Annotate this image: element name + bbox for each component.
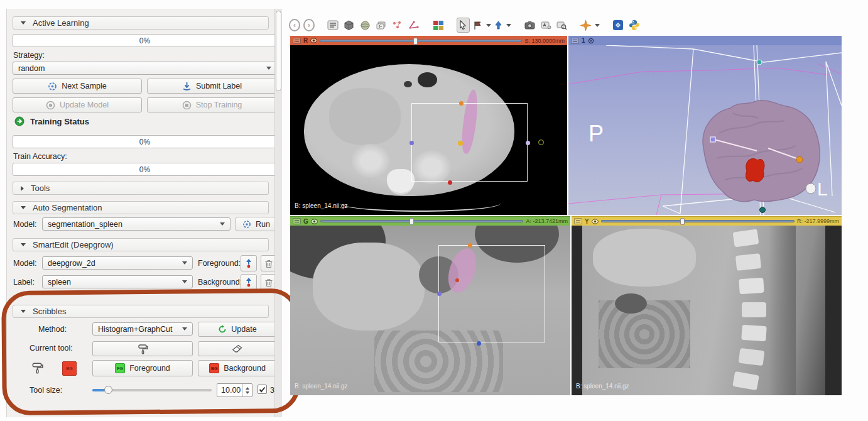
- view-letter: Y: [585, 218, 589, 225]
- roi-handle-blue[interactable]: [477, 341, 481, 346]
- slice-slider-handle[interactable]: [413, 38, 418, 45]
- tree-list-icon: [327, 20, 339, 30]
- capture-annotate-button[interactable]: [540, 18, 553, 33]
- cursor-icon: [458, 20, 467, 30]
- view-menu-icon[interactable]: [571, 38, 579, 44]
- roi-handle-purple[interactable]: [410, 141, 414, 145]
- sagittal-yellow-viewport[interactable]: Y R: -217.9999mm B: spleen_14.nii.gz: [572, 216, 842, 395]
- slice-slider-handle[interactable]: [680, 218, 685, 225]
- eye-icon[interactable]: [310, 38, 317, 43]
- tool-size-slider[interactable]: [92, 389, 212, 391]
- data-layers-button[interactable]: [375, 18, 388, 33]
- monai-star-dropdown-button[interactable]: [580, 18, 600, 33]
- view-menu-icon[interactable]: [293, 38, 301, 44]
- place-point-dropdown-button[interactable]: [494, 18, 512, 33]
- section-auto-segmentation[interactable]: Auto Segmentation: [13, 201, 269, 214]
- scribbles-update-button[interactable]: Update: [198, 322, 277, 337]
- smartedit-label-combobox[interactable]: spleen: [42, 275, 193, 288]
- roi-box[interactable]: [411, 103, 528, 182]
- slider-handle[interactable]: [104, 386, 112, 394]
- mouse-interaction-button[interactable]: [457, 18, 470, 33]
- step-up-icon[interactable]: [246, 387, 249, 390]
- next-sample-button[interactable]: Next Sample: [13, 79, 142, 94]
- target-refresh-icon: [242, 220, 251, 229]
- foreground-fiducial-button[interactable]: [241, 255, 257, 271]
- section-tools[interactable]: Tools: [13, 182, 269, 195]
- download-icon: [182, 82, 192, 91]
- volume-name-label: B: spleen_14.nii.gz: [295, 383, 348, 390]
- eye-icon[interactable]: [592, 219, 599, 224]
- angle-measure-button[interactable]: [407, 18, 420, 33]
- spinbox-stepper[interactable]: [242, 384, 252, 396]
- deepgrow-red-blob: [746, 158, 764, 182]
- paint-roller-icon: [137, 344, 148, 354]
- slice-offset-slider[interactable]: [601, 220, 795, 222]
- training-progressbar: 0%: [13, 135, 277, 148]
- roi-box[interactable]: [438, 245, 545, 342]
- camera-icon: [524, 21, 535, 30]
- axial-slice-canvas[interactable]: B: spleen_14.nii.gz: [290, 45, 567, 215]
- slice-slider-handle[interactable]: [410, 218, 414, 225]
- section-scribbles[interactable]: Scribbles: [13, 305, 269, 318]
- view-menu-icon[interactable]: [293, 218, 301, 224]
- step-down-icon[interactable]: [246, 391, 249, 394]
- run-button[interactable]: Run: [236, 217, 277, 231]
- slice-offset-value: S: 130.0000mm: [524, 38, 565, 44]
- method-combobox[interactable]: Histogram+GraphCut: [92, 322, 193, 336]
- smartedit-model-combobox[interactable]: deepgrow_2d: [42, 256, 193, 270]
- deepgrow-seed-dot[interactable]: [455, 278, 459, 282]
- axial-red-viewport[interactable]: R S: 130.0000mm B: spleen_14.nii.gz: [290, 36, 567, 215]
- paint-tool-button[interactable]: [92, 341, 193, 356]
- submit-label-button[interactable]: Submit Label: [147, 79, 277, 94]
- scrollbar-thumb[interactable]: [276, 11, 281, 91]
- sagittal-slice-canvas[interactable]: B: spleen_14.nii.gz: [572, 226, 842, 395]
- models-sphere-button[interactable]: [359, 18, 372, 33]
- strategy-combobox[interactable]: random: [13, 62, 277, 75]
- eraser-tool-button[interactable]: [198, 341, 277, 356]
- scribbles-background-button[interactable]: BG Background: [198, 360, 277, 376]
- flag-icon: [473, 21, 482, 30]
- panel-scrollbar[interactable]: [274, 9, 282, 417]
- handle-ring-olive[interactable]: [538, 139, 544, 145]
- python-console-button[interactable]: [627, 18, 641, 33]
- chevron-down-icon: [182, 327, 187, 331]
- flag-dropdown-button[interactable]: [473, 18, 491, 33]
- extensions-manager-button[interactable]: [612, 18, 625, 33]
- pin-icon[interactable]: [588, 38, 594, 44]
- stop-training-button[interactable]: Stop Training: [147, 97, 277, 112]
- volume-rendering-button[interactable]: [342, 18, 355, 33]
- markups-points-button[interactable]: [391, 18, 404, 33]
- slice-offset-slider[interactable]: [320, 220, 524, 222]
- background-fiducial-button[interactable]: [241, 274, 257, 290]
- coronal-slice-canvas[interactable]: B: spleen_14.nii.gz: [290, 226, 570, 395]
- layout-selector-button[interactable]: [431, 18, 445, 33]
- scene-views-button[interactable]: [326, 18, 339, 33]
- eye-icon[interactable]: [311, 219, 318, 224]
- center-handle-yellow[interactable]: [458, 141, 463, 146]
- screenshot-button[interactable]: [523, 18, 536, 33]
- tool-size-spinbox[interactable]: [217, 383, 252, 397]
- section-active-learning[interactable]: Active Learning: [13, 16, 269, 30]
- slice-offset-slider[interactable]: [320, 40, 522, 42]
- threed-viewport[interactable]: 1: [568, 36, 842, 215]
- scribbles-foreground-button[interactable]: FG Foreground: [92, 360, 193, 376]
- collapse-arrow-icon: [21, 310, 26, 313]
- record-icon: [46, 101, 55, 110]
- collapse-arrow-icon: [21, 21, 26, 25]
- ct-vertebra: [738, 348, 764, 366]
- method-label: Method:: [38, 325, 67, 334]
- autoseg-model-combobox[interactable]: segmentation_spleen: [42, 217, 231, 231]
- capture-magnify-button[interactable]: [556, 18, 569, 33]
- history-back-button[interactable]: ‹: [289, 19, 300, 31]
- history-forward-button[interactable]: ›: [303, 19, 315, 31]
- update-model-button[interactable]: Update Model: [13, 97, 142, 112]
- section-smartedit[interactable]: SmartEdit (Deepgrow): [13, 238, 269, 251]
- view-menu-icon[interactable]: [574, 218, 582, 224]
- python-logo-icon: [629, 19, 640, 31]
- tool-size-label: Tool size:: [30, 386, 62, 395]
- 3d-checkbox[interactable]: [258, 385, 267, 394]
- coronal-green-viewport[interactable]: G A: -213.7421mm B: spleen_14.nii.gz: [290, 216, 570, 395]
- threed-canvas[interactable]: P L: [568, 45, 842, 215]
- tool-size-input[interactable]: [217, 386, 242, 395]
- roi-handle-lilac[interactable]: [526, 141, 530, 145]
